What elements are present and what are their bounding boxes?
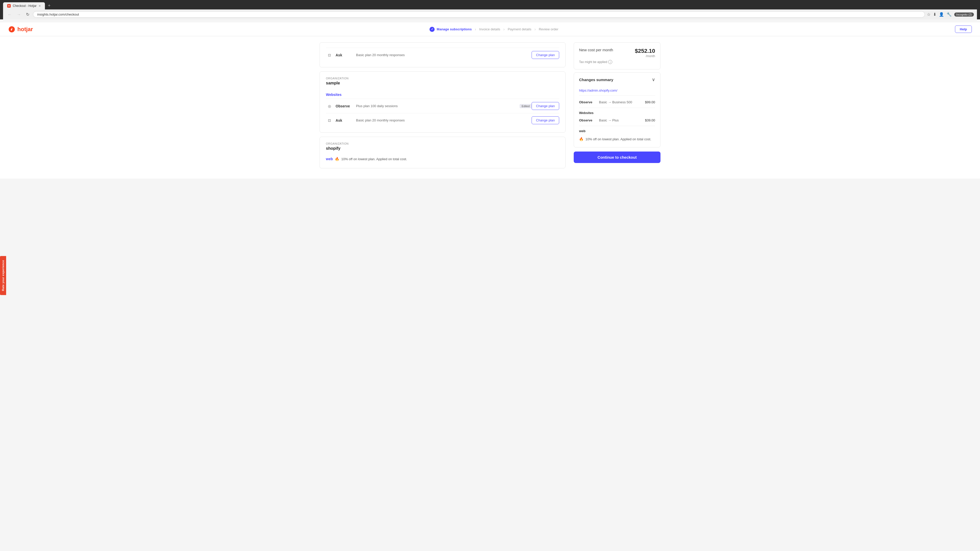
ask-plan-desc-sample: Basic plan 20 monthly responses [356, 118, 531, 122]
cost-period: /month [635, 54, 655, 58]
ask-plan-row-sample: ⊡ Ask Basic plan 20 monthly responses Ch… [326, 113, 559, 127]
observe-plan-desc: Plus plan 100 daily sessions [356, 104, 517, 108]
toolbar-actions: ☆ ⬇ 👤 🔧 Incognito (2) [927, 12, 974, 17]
left-panel: ⊡ Ask Basic plan 20 monthly responses Ch… [320, 42, 566, 172]
breadcrumb-arrow-2: › [503, 27, 504, 32]
tab-favicon: H [7, 4, 11, 8]
ask-product-icon-sample: ⊡ [326, 117, 333, 124]
browser-tabs: H Checkout - Hotjar × + [3, 2, 977, 10]
breadcrumb-step-review: Review order [539, 27, 558, 31]
cost-amount: $252.10 [635, 48, 655, 54]
observe-change-plan-btn[interactable]: Change plan [531, 102, 559, 110]
sample-org-card: Organization sample Websites ◎ Observe P… [320, 71, 566, 133]
breadcrumb-step-manage: ✓ Manage subscriptions [430, 27, 472, 32]
discount-icon: 🔥 [335, 157, 339, 161]
summary-websites-observe-row: Observe Basic → Plus $39.00 [579, 117, 655, 124]
discount-text: 10% off on lowest plan. Applied on total… [341, 157, 407, 161]
address-text: insights.hotjar.com/checkout [37, 13, 79, 16]
logo-icon [8, 26, 15, 33]
main-content: ⊡ Ask Basic plan 20 monthly responses Ch… [311, 36, 669, 179]
cost-title: New cost per month [579, 48, 613, 52]
summary-observe-row: Observe Basic → Business 500 $99.00 [579, 99, 655, 106]
websites-header: Websites [326, 89, 559, 99]
forward-button[interactable]: → [15, 11, 22, 18]
help-button[interactable]: Help [955, 25, 972, 33]
web-discount-text: 10% off on lowest plan. Applied on total… [585, 137, 651, 141]
summary-websites-observe-change: Basic → Plus [597, 118, 645, 122]
browser-toolbar: ← → ↻ insights.hotjar.com/checkout ☆ ⬇ 👤… [3, 10, 977, 19]
ask-product-name-top: Ask [336, 53, 353, 57]
refresh-button[interactable]: ↻ [24, 11, 31, 18]
ask-plan-desc-top: Basic plan 20 monthly responses [356, 53, 531, 57]
observe-plan-row: ◎ Observe Plus plan 100 daily sessions E… [326, 99, 559, 113]
shopify-org-card: Organization shopify web 🔥 10% off on lo… [320, 137, 566, 168]
tab-close-button[interactable]: × [38, 4, 41, 8]
step-check-icon: ✓ [430, 27, 434, 32]
summary-site-url: https://admin.shopify.com/ [579, 86, 655, 96]
summary-observe-change: Basic → Business 500 [597, 100, 645, 104]
edited-badge: Edited [520, 104, 531, 108]
tax-note: Tax might be applied i [579, 60, 655, 64]
address-bar[interactable]: insights.hotjar.com/checkout [33, 11, 925, 17]
info-icon[interactable]: i [608, 60, 612, 64]
breadcrumb-label-review: Review order [539, 27, 558, 31]
app-header: hotjar ✓ Manage subscriptions › Invoice … [0, 22, 980, 36]
incognito-badge: Incognito (2) [954, 13, 974, 17]
shopify-org-name: shopify [326, 146, 559, 151]
cost-amount-wrapper: $252.10 /month [635, 48, 655, 58]
summary-observe-name: Observe [579, 100, 597, 104]
tab-title: Checkout - Hotjar [13, 4, 37, 8]
logo-text: hotjar [18, 26, 33, 33]
cost-card: New cost per month $252.10 /month Tax mi… [574, 42, 660, 69]
cost-header: New cost per month $252.10 /month [579, 48, 655, 58]
divider-1 [579, 108, 655, 108]
observe-product-name: Observe [336, 104, 353, 108]
observe-product-icon: ◎ [326, 103, 333, 110]
ask-card-top: ⊡ Ask Basic plan 20 monthly responses Ch… [320, 42, 566, 67]
page-wrapper: hotjar ✓ Manage subscriptions › Invoice … [0, 22, 980, 179]
changes-summary-card: Changes summary ∨ https://admin.shopify.… [574, 73, 660, 148]
chevron-down-icon: ∨ [652, 77, 655, 83]
summary-content: https://admin.shopify.com/ Observe Basic… [574, 86, 660, 147]
web-discount-icon: 🔥 [579, 137, 584, 141]
breadcrumb-nav: ✓ Manage subscriptions › Invoice details… [430, 27, 558, 32]
web-link[interactable]: web [326, 157, 333, 161]
breadcrumb-label-payment: Payment details [508, 27, 531, 31]
breadcrumb-step-payment: Payment details [508, 27, 531, 31]
active-tab[interactable]: H Checkout - Hotjar × [3, 2, 45, 10]
hotjar-logo: hotjar [8, 26, 33, 33]
breadcrumb-label-invoice: Invoice details [479, 27, 500, 31]
download-icon[interactable]: ⬇ [933, 12, 936, 17]
breadcrumb-label-manage: Manage subscriptions [437, 27, 472, 31]
summary-websites-observe-name: Observe [579, 118, 597, 122]
summary-title: Changes summary [579, 78, 613, 82]
ask-plan-row-top: ⊡ Ask Basic plan 20 monthly responses Ch… [326, 48, 559, 62]
ask-product-icon-top: ⊡ [326, 52, 333, 59]
web-section-title: web [579, 129, 655, 133]
extensions-icon[interactable]: 🔧 [947, 12, 952, 17]
ask-product-name-sample: Ask [336, 118, 353, 122]
sample-org-name: sample [326, 81, 559, 86]
breadcrumb-arrow-1: › [475, 27, 476, 32]
websites-section-title: Websites [579, 111, 655, 115]
ask-change-plan-btn-sample[interactable]: Change plan [531, 116, 559, 124]
profile-icon[interactable]: 👤 [939, 12, 944, 17]
right-panel: New cost per month $252.10 /month Tax mi… [574, 42, 660, 163]
websites-link[interactable]: Websites [326, 93, 342, 97]
breadcrumb-step-invoice: Invoice details [479, 27, 500, 31]
breadcrumb-arrow-3: › [535, 27, 536, 32]
summary-header[interactable]: Changes summary ∨ [574, 73, 660, 86]
summary-websites-observe-price: $39.00 [645, 118, 655, 122]
back-button[interactable]: ← [6, 11, 13, 18]
continue-to-checkout-button[interactable]: Continue to checkout [574, 151, 660, 163]
bookmark-icon[interactable]: ☆ [927, 12, 931, 17]
tax-note-text: Tax might be applied [579, 60, 607, 64]
shopify-discount-row: web 🔥 10% off on lowest plan. Applied on… [326, 155, 559, 163]
ask-change-plan-btn-top[interactable]: Change plan [531, 51, 559, 59]
shopify-org-label: Organization [326, 142, 559, 145]
summary-web-discount: 🔥 10% off on lowest plan. Applied on tot… [579, 135, 655, 143]
browser-chrome: H Checkout - Hotjar × + ← → ↻ insights.h… [0, 0, 980, 19]
sample-org-label: Organization [326, 77, 559, 80]
summary-observe-price: $99.00 [645, 100, 655, 104]
new-tab-button[interactable]: + [46, 2, 53, 10]
